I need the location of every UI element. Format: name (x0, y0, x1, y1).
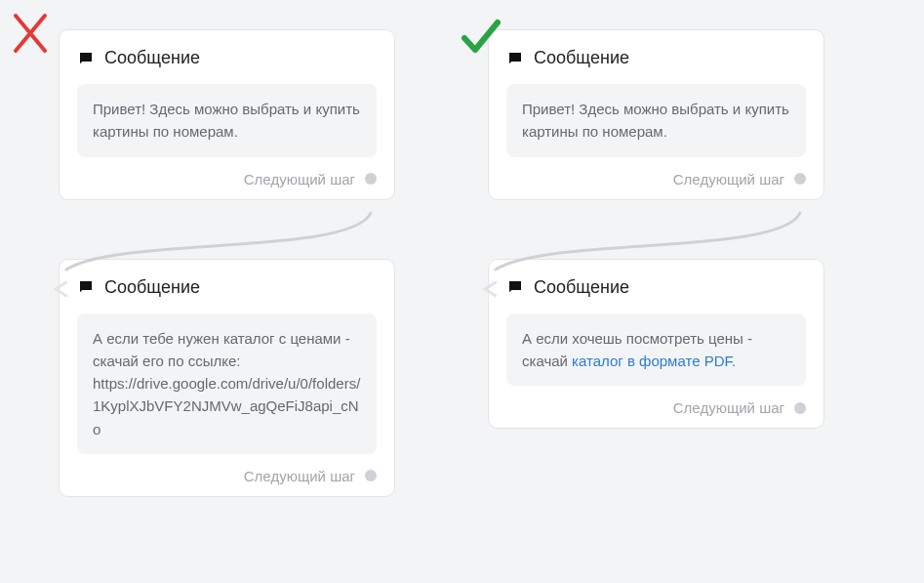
message-text: Привет! Здесь можно выбрать и купить кар… (77, 84, 377, 157)
message-card[interactable]: Сообщение Привет! Здесь можно выбрать и … (488, 29, 824, 200)
message-card[interactable]: Сообщение А если хочешь посмотреть цены … (488, 259, 824, 430)
card-title: Сообщение (534, 277, 629, 298)
card-footer[interactable]: Следующий шаг (77, 171, 377, 187)
message-text: Привет! Здесь можно выбрать и купить кар… (506, 84, 806, 157)
message-card[interactable]: Сообщение Привет! Здесь можно выбрать и … (59, 29, 395, 200)
chat-icon (77, 278, 95, 296)
card-header: Сообщение (506, 48, 806, 68)
chat-icon (506, 50, 524, 67)
pdf-link[interactable]: каталог в формате PDF. (572, 353, 736, 369)
message-text: А если хочешь посмотреть цены - скачай к… (506, 313, 806, 387)
next-step-label: Следующий шаг (244, 468, 355, 484)
card-title: Сообщение (534, 48, 629, 68)
x-mark-icon (10, 10, 51, 61)
connector-arrow-icon (54, 281, 67, 301)
connector-handle[interactable] (794, 402, 806, 414)
left-column: Сообщение Привет! Здесь можно выбрать и … (59, 29, 395, 556)
right-column: Сообщение Привет! Здесь можно выбрать и … (488, 29, 824, 487)
connector-handle[interactable] (365, 470, 377, 481)
card-footer[interactable]: Следующий шаг (506, 399, 806, 416)
next-step-label: Следующий шаг (673, 171, 784, 187)
card-footer[interactable]: Следующий шаг (506, 171, 806, 187)
connector-handle[interactable] (794, 173, 806, 185)
connector-handle[interactable] (365, 173, 377, 185)
card-header: Сообщение (77, 277, 377, 298)
card-header: Сообщение (77, 48, 377, 68)
next-step-label: Следующий шаг (673, 399, 784, 416)
next-step-label: Следующий шаг (244, 171, 355, 187)
chat-icon (506, 278, 524, 296)
check-mark-icon (459, 15, 503, 63)
card-title: Сообщение (104, 48, 200, 68)
message-text: А если тебе нужен каталог с ценами - ска… (77, 313, 377, 454)
card-footer[interactable]: Следующий шаг (77, 468, 377, 484)
card-title: Сообщение (104, 277, 200, 298)
connector-arrow-icon (483, 281, 497, 301)
card-header: Сообщение (506, 277, 806, 298)
chat-icon (77, 50, 95, 67)
message-card[interactable]: Сообщение А если тебе нужен каталог с це… (59, 259, 395, 497)
